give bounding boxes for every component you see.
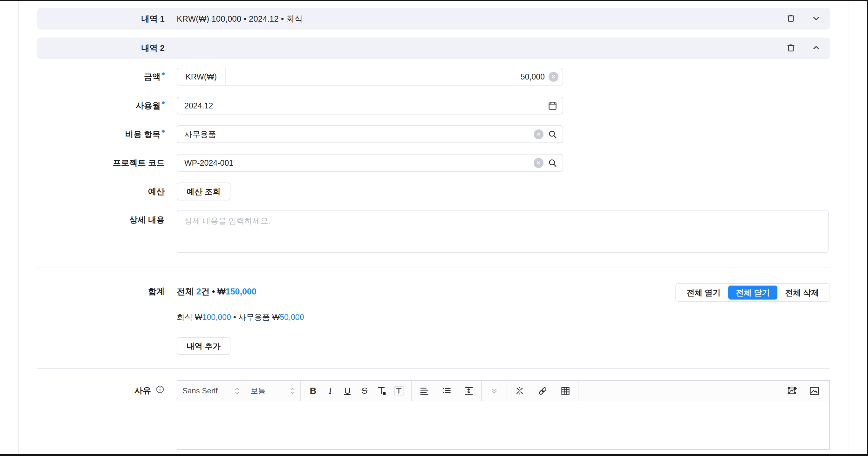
expense-item-field: × bbox=[177, 125, 563, 143]
open-all-button[interactable]: 전체 열기 bbox=[679, 285, 728, 300]
bulk-actions-segmented-control: 전체 열기 전체 닫기 전체 삭제 bbox=[675, 283, 830, 302]
amount-row: 금액 KRW(₩) × bbox=[37, 68, 830, 86]
calendar-icon[interactable] bbox=[548, 101, 557, 111]
project-code-row: 프로젝트 코드 × bbox=[37, 154, 830, 172]
link-icon[interactable] bbox=[535, 384, 550, 398]
font-family-select[interactable]: Sans Serif bbox=[182, 386, 240, 395]
total-breakdown-text: 회식 ₩100,000 • 사무용품 ₩50,000 bbox=[177, 312, 830, 323]
text-color-icon[interactable] bbox=[374, 384, 389, 398]
collapse-item-2-button[interactable] bbox=[812, 43, 820, 53]
trash-icon bbox=[786, 13, 796, 24]
editor-toolbar: Sans Serif 보통 bbox=[177, 381, 829, 401]
reason-editor-body[interactable] bbox=[177, 401, 829, 449]
usage-month-row: 사용월 bbox=[37, 97, 830, 115]
usage-month-field bbox=[177, 97, 563, 115]
clear-project-code-icon[interactable]: × bbox=[534, 158, 544, 168]
chevron-up-icon bbox=[812, 43, 820, 53]
annotate-image-icon[interactable] bbox=[785, 384, 800, 398]
line-item-1-summary: KRW(₩) 100,000 • 2024.12 • 회식 bbox=[177, 13, 303, 25]
search-icon[interactable] bbox=[548, 158, 557, 168]
line-item-1-title: 내역 1 bbox=[37, 13, 165, 25]
total-amount: 150,000 bbox=[226, 287, 257, 296]
bold-icon[interactable]: B bbox=[306, 384, 320, 398]
detail-row: 상세 내용 bbox=[37, 210, 830, 254]
chevron-down-icon bbox=[812, 14, 820, 24]
budget-label: 예산 bbox=[37, 186, 165, 197]
strikethrough-icon[interactable]: S bbox=[357, 384, 372, 398]
total-row: 합계 전체 2건 • ₩150,000 전체 열기 전체 닫기 전체 삭제 bbox=[37, 286, 830, 302]
total-count: 2 bbox=[196, 287, 201, 296]
highlight-color-icon[interactable] bbox=[392, 384, 406, 398]
amount-label: 금액 bbox=[37, 71, 165, 82]
expense-item-label: 비용 항목 bbox=[37, 129, 165, 140]
expense-item-row: 비용 항목 × bbox=[37, 125, 830, 143]
line-height-icon[interactable] bbox=[462, 384, 476, 398]
reason-row: 사유 Sans Serif bbox=[37, 380, 830, 450]
special-character-icon[interactable] bbox=[513, 384, 527, 398]
clear-expense-item-icon[interactable]: × bbox=[534, 129, 544, 139]
info-icon[interactable] bbox=[155, 385, 165, 396]
viewport-top-edge bbox=[0, 0, 868, 1]
clear-amount-icon[interactable]: × bbox=[549, 72, 558, 82]
line-item-2-title: 내역 2 bbox=[37, 42, 165, 54]
usage-month-label: 사용월 bbox=[37, 100, 165, 111]
viewport-bottom-edge bbox=[0, 454, 868, 456]
usage-month-input[interactable] bbox=[177, 97, 548, 114]
project-code-label: 프로젝트 코드 bbox=[37, 157, 165, 169]
delete-item-1-button[interactable] bbox=[786, 13, 796, 24]
close-all-button[interactable]: 전체 닫기 bbox=[728, 285, 777, 300]
form-container: 내역 1 KRW(₩) 100,000 • 2024.12 • 회식 bbox=[19, 0, 849, 456]
line-item-2-header[interactable]: 내역 2 bbox=[37, 37, 830, 59]
italic-icon[interactable]: I bbox=[323, 384, 338, 398]
align-left-icon[interactable] bbox=[417, 384, 432, 398]
search-icon[interactable] bbox=[548, 129, 557, 139]
font-size-select[interactable]: 보통 bbox=[250, 386, 295, 396]
expense-item-input[interactable] bbox=[177, 126, 534, 143]
select-caret-icon bbox=[235, 388, 240, 394]
trash-icon bbox=[786, 43, 796, 54]
viewport-right-edge bbox=[867, 0, 868, 456]
bullet-list-icon[interactable] bbox=[439, 384, 454, 398]
more-options-icon[interactable] bbox=[487, 384, 501, 398]
project-code-field: × bbox=[177, 154, 563, 172]
amount-input[interactable] bbox=[226, 68, 549, 85]
select-caret-icon bbox=[290, 388, 295, 394]
project-code-input[interactable] bbox=[177, 155, 534, 171]
total-summary-text: 전체 2건 • ₩150,000 bbox=[177, 286, 256, 297]
detail-label: 상세 내용 bbox=[37, 210, 165, 225]
amount-field: KRW(₩) × bbox=[177, 68, 563, 86]
delete-item-2-button[interactable] bbox=[786, 43, 796, 54]
expense-form-page: 내역 1 KRW(₩) 100,000 • 2024.12 • 회식 bbox=[0, 0, 868, 456]
add-line-item-button[interactable]: 내역 추가 bbox=[177, 337, 230, 355]
total-label: 합계 bbox=[37, 286, 165, 297]
expand-item-1-button[interactable] bbox=[812, 14, 820, 24]
delete-all-button[interactable]: 전체 삭제 bbox=[777, 285, 827, 300]
line-item-1-header[interactable]: 내역 1 KRW(₩) 100,000 • 2024.12 • 회식 bbox=[37, 8, 830, 30]
section-divider bbox=[37, 368, 830, 369]
detail-textarea[interactable] bbox=[177, 210, 829, 253]
reason-editor: Sans Serif 보통 bbox=[177, 380, 830, 450]
budget-lookup-button[interactable]: 예산 조회 bbox=[177, 183, 230, 200]
currency-select[interactable]: KRW(₩) bbox=[177, 68, 226, 85]
section-divider bbox=[37, 267, 830, 267]
image-icon[interactable] bbox=[807, 384, 822, 398]
budget-row: 예산 예산 조회 bbox=[37, 183, 830, 200]
reason-label: 사유 bbox=[134, 385, 151, 396]
table-icon[interactable] bbox=[558, 384, 573, 398]
underline-icon[interactable]: U bbox=[340, 384, 355, 398]
